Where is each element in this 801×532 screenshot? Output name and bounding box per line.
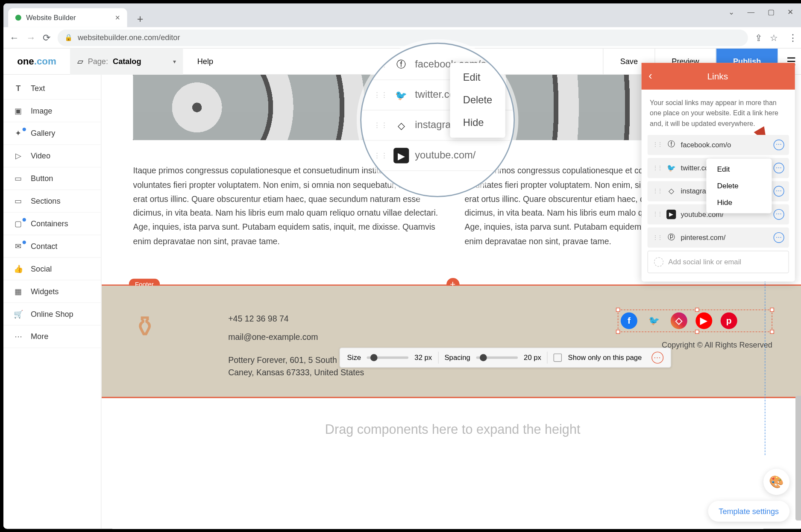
drag-handle-icon[interactable]: ⋮⋮: [652, 165, 662, 171]
share-icon[interactable]: ⇪: [755, 32, 763, 43]
sidebar-item-online-shop[interactable]: 🛒Online Shop: [3, 303, 101, 326]
menu-item-edit[interactable]: Edit: [706, 161, 772, 178]
social-settings-bar: Size 32 px Spacing 20 px Show only on th…: [339, 348, 671, 368]
close-tab-icon[interactable]: ×: [115, 13, 120, 22]
logo: one.com: [3, 56, 70, 67]
zoom-context-menu: Edit Delete Hide: [450, 63, 505, 137]
footer-phone: +45 12 36 98 74: [228, 310, 594, 328]
pinterest-icon[interactable]: p: [721, 313, 737, 329]
scrollbar-thumb[interactable]: [795, 396, 801, 520]
lock-icon: 🔒: [65, 34, 73, 41]
facebook-icon: ⓕ: [666, 140, 676, 149]
browser-tab[interactable]: Website Builder ×: [8, 8, 127, 27]
add-social-link-input[interactable]: Add social link or email: [648, 251, 789, 273]
sidebar-item-contact[interactable]: ✉Contact: [3, 235, 101, 258]
sidebar-item-containers[interactable]: ▢Containers: [3, 213, 101, 235]
footer-email: mail@one-example.com: [228, 327, 594, 346]
footer-logo-icon: ⚱: [133, 310, 204, 380]
facebook-icon[interactable]: f: [621, 313, 637, 329]
drop-zone[interactable]: Drag components here to expand the heigh…: [102, 398, 801, 462]
help-link[interactable]: Help: [183, 57, 227, 66]
template-settings-button[interactable]: Template settings: [708, 501, 789, 522]
twitter-icon: 🐦: [666, 163, 676, 172]
sidebar-item-social[interactable]: 👍Social: [3, 258, 101, 281]
spacing-value: 20 px: [524, 354, 541, 362]
close-window-icon[interactable]: ✕: [787, 8, 793, 16]
address-bar[interactable]: 🔒 websitebuilder.one.com/editor: [58, 29, 748, 46]
panel-title: Links: [659, 71, 788, 82]
sidebar-item-widgets[interactable]: ▦Widgets: [3, 281, 101, 303]
sidebar-item-text[interactable]: TText: [3, 77, 101, 100]
chevron-down-icon[interactable]: ⌄: [728, 8, 734, 16]
size-slider[interactable]: [367, 357, 408, 359]
back-icon[interactable]: ←: [9, 32, 19, 43]
forward-icon[interactable]: →: [26, 32, 35, 43]
browser-chrome: Website Builder × + ← → ⟳ 🔒 websitebuild…: [3, 3, 801, 49]
spacing-slider[interactable]: [476, 357, 518, 359]
menu-item-delete[interactable]: Delete: [450, 89, 505, 111]
panel-description: Your social links may appear in more tha…: [642, 90, 795, 134]
sidebar-item-gallery[interactable]: ✦Gallery: [3, 122, 101, 145]
window-controls: ⌄ — ▢ ✕: [718, 3, 801, 21]
tab-favicon-icon: [15, 15, 21, 20]
row-more-button[interactable]: ⋯: [774, 186, 784, 196]
minimize-icon[interactable]: —: [747, 8, 754, 16]
reload-icon[interactable]: ⟳: [43, 32, 50, 43]
component-sidebar: TText ▣Image ✦Gallery ▷Video ▭Button ▭Se…: [3, 75, 102, 529]
size-value: 32 px: [414, 354, 432, 362]
spacing-label: Spacing: [444, 354, 470, 362]
sidebar-item-more[interactable]: ⋯More: [3, 325, 101, 348]
instagram-icon[interactable]: ◇: [671, 313, 687, 329]
show-only-page-label: Show only on this page: [568, 354, 642, 362]
menu-item-delete[interactable]: Delete: [706, 178, 772, 194]
url-text: websitebuilder.one.com/editor: [78, 33, 180, 42]
drag-handle-icon[interactable]: ⋮⋮: [652, 141, 662, 148]
menu-item-hide[interactable]: Hide: [706, 194, 772, 211]
drag-handle-icon[interactable]: ⋮⋮: [652, 188, 662, 194]
page-selector-value: Catalog: [113, 57, 141, 66]
sidebar-item-sections[interactable]: ▭Sections: [3, 190, 101, 213]
theme-fab-button[interactable]: 🎨: [763, 469, 789, 495]
page-selector-label: Page:: [88, 57, 108, 66]
sidebar-item-image[interactable]: ▣Image: [3, 100, 101, 123]
zoom-link-row: ⋮⋮▶youtube.com/: [361, 141, 513, 171]
row-more-button[interactable]: ⋯: [774, 209, 784, 219]
drag-handle-icon[interactable]: ⋮⋮: [652, 234, 662, 240]
twitter-icon[interactable]: 🐦: [645, 313, 662, 329]
tab-title: Website Builder: [26, 14, 76, 22]
social-icons-block[interactable]: f 🐦 ◇ ▶ p: [618, 310, 772, 332]
row-context-menu: Edit Delete Hide: [706, 158, 772, 213]
panel-back-icon[interactable]: ‹: [648, 70, 652, 82]
footer-contact: +45 12 36 98 74 mail@one-example.com Pot…: [228, 310, 594, 380]
browser-menu-icon[interactable]: ⋮: [788, 32, 798, 43]
menu-item-hide[interactable]: Hide: [450, 111, 505, 134]
add-circle-icon: [654, 257, 663, 266]
footer-section[interactable]: ⚱ +45 12 36 98 74 mail@one-example.com P…: [102, 286, 801, 398]
show-only-page-checkbox[interactable]: [554, 354, 562, 362]
row-more-button[interactable]: ⋯: [774, 232, 784, 243]
settings-more-button[interactable]: ⋯: [651, 352, 663, 364]
pinterest-icon: ⓟ: [666, 233, 676, 242]
maximize-icon[interactable]: ▢: [768, 8, 774, 16]
sidebar-item-video[interactable]: ▷Video: [3, 145, 101, 167]
sidebar-item-button[interactable]: ▭Button: [3, 167, 101, 190]
youtube-icon[interactable]: ▶: [695, 313, 712, 329]
link-row-facebook[interactable]: ⋮⋮ⓕfacebook.com/o⋯: [648, 134, 789, 155]
star-icon[interactable]: ☆: [770, 32, 778, 43]
row-more-button[interactable]: ⋯: [774, 139, 784, 150]
drag-handle-icon[interactable]: ⋮⋮: [652, 211, 662, 217]
instagram-icon: ◇: [666, 186, 676, 196]
youtube-icon: ▶: [666, 210, 676, 219]
page-icon: ▱: [77, 57, 83, 66]
caret-down-icon: ▾: [173, 58, 176, 64]
row-more-button[interactable]: ⋯: [774, 163, 784, 173]
size-label: Size: [347, 354, 361, 362]
link-row-pinterest[interactable]: ⋮⋮ⓟpinterest.com/⋯: [648, 227, 789, 247]
zoom-callout: ⋮⋮ⓕfacebook.com/o ⋮⋮🐦twitter.com/ ⋮⋮◇ins…: [360, 43, 515, 197]
new-tab-button[interactable]: +: [132, 11, 149, 27]
page-selector[interactable]: ▱ Page: Catalog ▾: [70, 48, 183, 74]
